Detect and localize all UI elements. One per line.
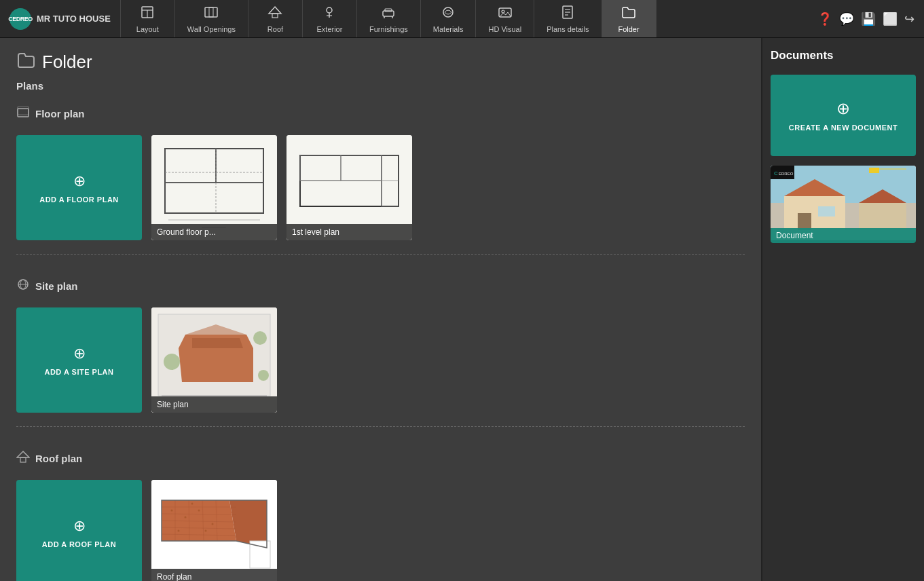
add-site-plan-label: ADD A SITE PLAN xyxy=(44,368,113,376)
first-level-card[interactable]: 1st level plan xyxy=(287,135,412,240)
add-roof-plan-label: ADD A ROOF PLAN xyxy=(42,540,116,548)
exit-icon[interactable]: ↪ xyxy=(904,12,914,26)
existing-document-card[interactable]: C EDREO Document xyxy=(771,166,916,243)
new-doc-add-icon: ⊕ xyxy=(836,99,850,118)
add-roof-plan-icon: ⊕ xyxy=(73,517,86,535)
floor-plan-divider xyxy=(16,254,745,255)
hd-visual-icon xyxy=(498,5,513,23)
svg-rect-22 xyxy=(18,107,29,115)
nav-item-plans-details[interactable]: Plans details xyxy=(534,0,602,37)
ground-floor-label: Ground floor p... xyxy=(151,224,277,240)
add-site-plan-icon: ⊕ xyxy=(73,345,86,362)
nav-item-wall-openings[interactable]: Wall Openings xyxy=(175,0,248,37)
floor-plan-cards: ⊕ ADD A FLOOR PLAN xyxy=(16,130,745,248)
svg-rect-11 xyxy=(385,9,392,12)
existing-doc-label: Document xyxy=(771,228,916,243)
nav-item-hd-visual[interactable]: HD Visual xyxy=(476,0,534,37)
roof-icon xyxy=(267,5,282,23)
svg-rect-80 xyxy=(818,206,835,217)
nav-label-exterior: Exterior xyxy=(317,25,343,33)
top-navigation: CEDREO MR TUTO HOUSE Layout Wall Opening… xyxy=(0,0,924,38)
svg-point-70 xyxy=(191,503,193,505)
roof-plan-cards: ⊕ ADD A ROOF PLAN xyxy=(16,474,745,581)
nav-item-roof[interactable]: Roof xyxy=(248,0,303,37)
add-site-plan-button[interactable]: ⊕ ADD A SITE PLAN xyxy=(16,307,142,413)
svg-rect-77 xyxy=(784,196,845,230)
page-header-folder-icon xyxy=(16,50,35,73)
save-icon[interactable]: 💾 xyxy=(861,12,876,26)
svg-point-67 xyxy=(198,510,200,512)
svg-rect-6 xyxy=(272,14,278,18)
nav-item-materials[interactable]: Materials xyxy=(421,0,477,37)
plans-scroll-area: Floor plan ⊕ ADD A FLOOR PLAN xyxy=(0,98,761,581)
logo-area: CEDREO MR TUTO HOUSE xyxy=(0,0,121,37)
roof-plan-header: Roof plan xyxy=(16,443,745,474)
page-title: Folder xyxy=(42,52,92,73)
add-floor-plan-button[interactable]: ⊕ ADD A FLOOR PLAN xyxy=(16,135,142,240)
roof-plan-section: Roof plan ⊕ ADD A ROOF PLAN xyxy=(16,443,745,581)
materials-icon xyxy=(441,5,456,23)
add-floor-plan-icon: ⊕ xyxy=(73,172,86,190)
furnishings-icon xyxy=(381,5,396,23)
svg-rect-3 xyxy=(205,7,217,17)
fullscreen-icon[interactable]: ⬜ xyxy=(883,12,898,26)
nav-label-plans-details: Plans details xyxy=(547,25,589,33)
site-plan-label-card: Site plan xyxy=(151,396,277,413)
site-plan-section: Site plan ⊕ ADD A SITE PLAN xyxy=(16,271,745,427)
svg-rect-81 xyxy=(859,203,906,230)
plans-label: Plans xyxy=(0,80,761,98)
floor-plan-header: Floor plan xyxy=(16,98,745,130)
floor-plan-label: Floor plan xyxy=(35,108,85,119)
nav-label-furnishings: Furnishings xyxy=(369,25,408,33)
help-icon[interactable]: ❓ xyxy=(817,12,832,26)
svg-rect-52 xyxy=(20,457,26,462)
roof-plan-card[interactable]: Roof plan xyxy=(151,480,277,581)
logo-icon: CEDREO xyxy=(10,8,31,30)
svg-rect-4 xyxy=(209,7,213,17)
folder-icon xyxy=(621,5,636,23)
svg-marker-51 xyxy=(17,451,29,457)
nav-item-folder[interactable]: Folder xyxy=(602,0,657,37)
add-roof-plan-button[interactable]: ⊕ ADD A ROOF PLAN xyxy=(16,480,142,581)
svg-rect-87 xyxy=(869,168,879,173)
nav-item-layout[interactable]: Layout xyxy=(121,0,175,37)
nav-label-materials: Materials xyxy=(433,25,464,33)
project-name: MR TUTO HOUSE xyxy=(37,14,111,24)
first-level-label: 1st level plan xyxy=(287,224,412,240)
chat-icon[interactable]: 💬 xyxy=(839,12,854,26)
svg-point-66 xyxy=(185,517,187,519)
ground-floor-card[interactable]: ————— Ground floor p... xyxy=(151,135,277,240)
svg-point-68 xyxy=(212,523,214,525)
floor-plan-section: Floor plan ⊕ ADD A FLOOR PLAN xyxy=(16,98,745,255)
svg-point-69 xyxy=(178,530,180,532)
documents-title: Documents xyxy=(771,49,916,62)
svg-point-48 xyxy=(258,370,269,381)
site-plan-divider xyxy=(16,426,745,427)
svg-point-7 xyxy=(327,7,332,13)
new-doc-label: CREATE A NEW DOCUMENT xyxy=(789,124,898,132)
main-content: Folder Plans Floor plan ⊕ ADD A FLOOR PL… xyxy=(0,38,761,581)
site-plan-header: Site plan xyxy=(16,271,745,302)
nav-label-folder: Folder xyxy=(618,25,639,33)
nav-right-icons: ❓ 💬 💾 ⬜ ↪ xyxy=(808,0,924,37)
nav-label-roof: Roof xyxy=(267,25,283,33)
plans-details-icon xyxy=(560,5,575,23)
site-plan-cards: ⊕ ADD A SITE PLAN xyxy=(16,302,745,421)
wall-openings-icon xyxy=(204,5,219,23)
nav-item-furnishings[interactable]: Furnishings xyxy=(357,0,421,37)
site-plan-label: Site plan xyxy=(35,280,78,292)
roof-plan-label: Roof plan xyxy=(35,453,82,464)
floor-plan-icon xyxy=(16,105,30,121)
create-new-document-button[interactable]: ⊕ CREATE A NEW DOCUMENT xyxy=(771,75,916,156)
svg-point-71 xyxy=(205,530,207,532)
page: Folder Plans Floor plan ⊕ ADD A FLOOR PL… xyxy=(0,38,924,581)
nav-item-exterior[interactable]: Exterior xyxy=(303,0,357,37)
nav-label-wall-openings: Wall Openings xyxy=(187,25,236,33)
roof-plan-card-label: Roof plan xyxy=(151,569,277,581)
svg-marker-5 xyxy=(269,7,281,14)
nav-label-hd-visual: HD Visual xyxy=(488,25,521,33)
svg-point-46 xyxy=(164,354,180,370)
site-plan-card[interactable]: ↔ Site plan xyxy=(151,307,277,413)
documents-sidebar: Documents ⊕ CREATE A NEW DOCUMENT xyxy=(761,38,924,581)
nav-label-layout: Layout xyxy=(136,25,159,33)
